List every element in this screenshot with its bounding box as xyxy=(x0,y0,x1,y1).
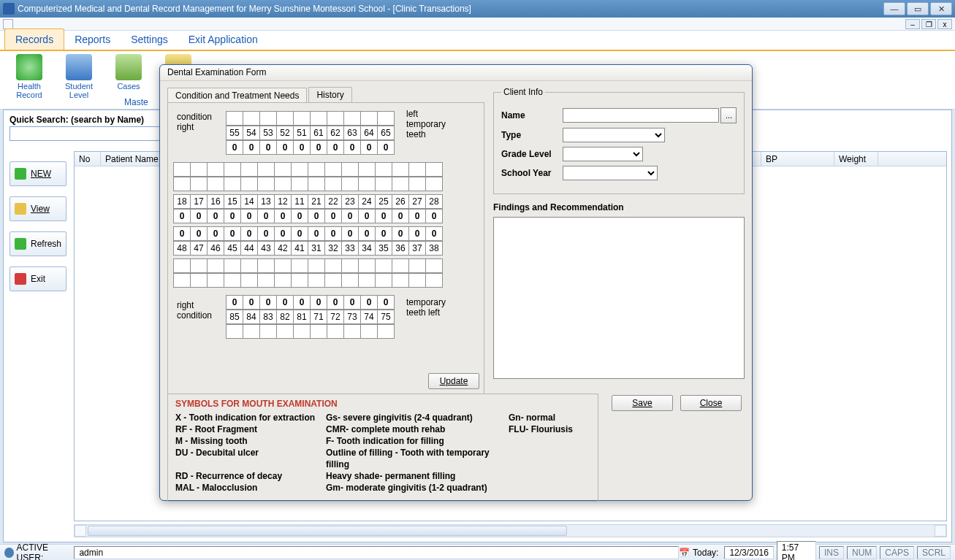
ut-input-top-4[interactable] xyxy=(293,111,311,126)
lt-input-bot-4[interactable] xyxy=(293,324,311,339)
gap2-15[interactable] xyxy=(425,177,443,191)
gap1-6[interactable] xyxy=(274,162,292,177)
mdi-minimize-button[interactable]: – xyxy=(905,19,920,29)
gap1-15[interactable] xyxy=(425,162,443,177)
gap1-8[interactable] xyxy=(308,162,325,177)
col-weight[interactable]: Weight xyxy=(834,152,878,166)
gap3-7[interactable] xyxy=(291,258,308,273)
gap2-5[interactable] xyxy=(257,177,275,191)
ut-input-top-3[interactable] xyxy=(276,111,294,126)
col-no[interactable]: No xyxy=(75,152,101,166)
year-select[interactable] xyxy=(563,166,658,180)
gap3-6[interactable] xyxy=(274,258,292,273)
ribbon-cases[interactable]: Cases xyxy=(105,54,152,91)
gap4-15[interactable] xyxy=(425,273,443,288)
gap2-13[interactable] xyxy=(392,177,409,191)
gap3-1[interactable] xyxy=(190,258,208,273)
gap3-0[interactable] xyxy=(173,258,191,273)
window-close-button[interactable]: ✕ xyxy=(930,2,952,15)
gap4-8[interactable] xyxy=(308,273,325,288)
lt-input-bot-0[interactable] xyxy=(226,324,243,339)
tab-exit[interactable]: Exit Application xyxy=(178,29,268,50)
gap3-5[interactable] xyxy=(257,258,275,273)
lt-input-bot-7[interactable] xyxy=(343,324,361,339)
tab-condition[interactable]: Condition and Treatment Needs xyxy=(167,88,307,103)
gap1-9[interactable] xyxy=(324,162,342,177)
gap4-11[interactable] xyxy=(358,273,376,288)
gap2-2[interactable] xyxy=(207,177,224,191)
gap4-6[interactable] xyxy=(274,273,292,288)
tab-settings[interactable]: Settings xyxy=(121,29,178,50)
gap4-12[interactable] xyxy=(375,273,392,288)
ribbon-health-record[interactable]: Health Record xyxy=(6,54,53,99)
lt-input-bot-8[interactable] xyxy=(360,324,378,339)
gap3-2[interactable] xyxy=(207,258,224,273)
window-maximize-button[interactable]: ▭ xyxy=(907,2,929,15)
lt-input-bot-3[interactable] xyxy=(276,324,294,339)
lt-input-bot-1[interactable] xyxy=(243,324,260,339)
ut-input-top-5[interactable] xyxy=(310,111,327,126)
type-select[interactable] xyxy=(563,128,665,142)
update-button[interactable]: Update xyxy=(428,373,479,389)
gap4-0[interactable] xyxy=(173,273,191,288)
gap4-1[interactable] xyxy=(190,273,208,288)
refresh-button[interactable]: Refresh xyxy=(9,231,66,256)
exit-button[interactable]: Exit xyxy=(9,266,66,291)
gap1-3[interactable] xyxy=(224,162,241,177)
gap2-14[interactable] xyxy=(408,177,426,191)
new-button[interactable]: NEW xyxy=(9,161,66,186)
gap3-3[interactable] xyxy=(224,258,241,273)
gap2-6[interactable] xyxy=(274,177,292,191)
ut-input-top-9[interactable] xyxy=(377,111,395,126)
gap3-15[interactable] xyxy=(425,258,443,273)
gap2-12[interactable] xyxy=(375,177,392,191)
gap3-4[interactable] xyxy=(240,258,258,273)
gap2-4[interactable] xyxy=(240,177,258,191)
gap1-0[interactable] xyxy=(173,162,191,177)
tab-history[interactable]: History xyxy=(308,87,351,102)
lt-input-bot-9[interactable] xyxy=(377,324,395,339)
lt-input-bot-6[interactable] xyxy=(327,324,344,339)
gap3-14[interactable] xyxy=(408,258,426,273)
gap3-10[interactable] xyxy=(341,258,359,273)
gap1-1[interactable] xyxy=(190,162,208,177)
mdi-restore-button[interactable]: ❐ xyxy=(921,19,936,29)
gap4-3[interactable] xyxy=(224,273,241,288)
ribbon-student-level[interactable]: Student Level xyxy=(56,54,102,99)
gap1-12[interactable] xyxy=(375,162,392,177)
view-button[interactable]: View xyxy=(9,196,66,221)
grade-select[interactable] xyxy=(563,147,643,161)
gap3-9[interactable] xyxy=(324,258,342,273)
save-button[interactable]: Save xyxy=(612,395,673,411)
gap1-2[interactable] xyxy=(207,162,224,177)
gap4-4[interactable] xyxy=(240,273,258,288)
ut-input-top-1[interactable] xyxy=(243,111,260,126)
gap4-14[interactable] xyxy=(408,273,426,288)
gap2-7[interactable] xyxy=(291,177,308,191)
lt-input-bot-2[interactable] xyxy=(259,324,277,339)
gap2-9[interactable] xyxy=(324,177,342,191)
gap3-13[interactable] xyxy=(392,258,409,273)
gap1-11[interactable] xyxy=(358,162,376,177)
gap3-12[interactable] xyxy=(375,258,392,273)
ut-input-top-7[interactable] xyxy=(343,111,361,126)
ut-input-top-0[interactable] xyxy=(226,111,243,126)
gap3-8[interactable] xyxy=(308,258,325,273)
gap1-10[interactable] xyxy=(341,162,359,177)
gap3-11[interactable] xyxy=(358,258,376,273)
gap2-11[interactable] xyxy=(358,177,376,191)
gap1-13[interactable] xyxy=(392,162,409,177)
findings-textarea[interactable] xyxy=(493,217,745,379)
name-input[interactable] xyxy=(563,108,719,123)
gap2-3[interactable] xyxy=(224,177,241,191)
gap4-9[interactable] xyxy=(324,273,342,288)
ut-input-top-8[interactable] xyxy=(360,111,378,126)
gap1-5[interactable] xyxy=(257,162,275,177)
gap4-2[interactable] xyxy=(207,273,224,288)
gap4-10[interactable] xyxy=(341,273,359,288)
gap4-5[interactable] xyxy=(257,273,275,288)
scroll-left-icon[interactable] xyxy=(75,525,86,537)
gap4-7[interactable] xyxy=(291,273,308,288)
mdi-close-button[interactable]: x xyxy=(937,19,952,29)
quick-search-input[interactable] xyxy=(9,126,169,141)
